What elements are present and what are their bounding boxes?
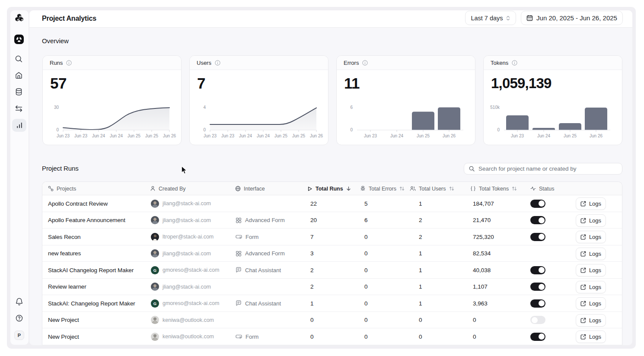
svg-text:6: 6 bbox=[350, 105, 353, 110]
svg-text:0: 0 bbox=[497, 127, 500, 132]
svg-text:0: 0 bbox=[56, 127, 59, 132]
svg-text:0: 0 bbox=[203, 127, 206, 132]
svg-text:Jun 24: Jun 24 bbox=[390, 134, 403, 138]
svg-text:Jun 25: Jun 25 bbox=[292, 134, 305, 138]
svg-text:Jun 23: Jun 23 bbox=[74, 134, 87, 138]
svg-text:Jun 25: Jun 25 bbox=[417, 134, 430, 138]
svg-text:510k: 510k bbox=[490, 105, 500, 110]
svg-text:Jun 25: Jun 25 bbox=[564, 134, 577, 138]
svg-text:Jun 26: Jun 26 bbox=[590, 134, 603, 138]
svg-text:Jun 24: Jun 24 bbox=[537, 134, 550, 138]
svg-text:Jun 26: Jun 26 bbox=[163, 134, 176, 138]
svg-text:30: 30 bbox=[54, 105, 59, 110]
svg-text:Jun 25: Jun 25 bbox=[145, 134, 158, 138]
svg-text:Jun 24: Jun 24 bbox=[239, 134, 252, 138]
svg-text:0: 0 bbox=[350, 127, 353, 132]
svg-text:Jun 23: Jun 23 bbox=[364, 134, 377, 138]
svg-text:4: 4 bbox=[203, 105, 206, 110]
svg-text:Jun 26: Jun 26 bbox=[310, 134, 323, 138]
svg-text:Jun 23: Jun 23 bbox=[204, 134, 217, 138]
svg-text:Jun 23: Jun 23 bbox=[57, 134, 70, 138]
svg-text:Jun 24: Jun 24 bbox=[92, 134, 105, 138]
svg-text:Jun 23: Jun 23 bbox=[221, 134, 234, 138]
svg-text:Jun 25: Jun 25 bbox=[128, 134, 140, 138]
svg-text:Jun 24: Jun 24 bbox=[257, 134, 270, 138]
svg-text:Jun 25: Jun 25 bbox=[274, 134, 287, 138]
svg-text:Jun 24: Jun 24 bbox=[110, 134, 123, 138]
svg-text:Jun 26: Jun 26 bbox=[443, 134, 456, 138]
svg-text:Jun 23: Jun 23 bbox=[511, 134, 524, 138]
